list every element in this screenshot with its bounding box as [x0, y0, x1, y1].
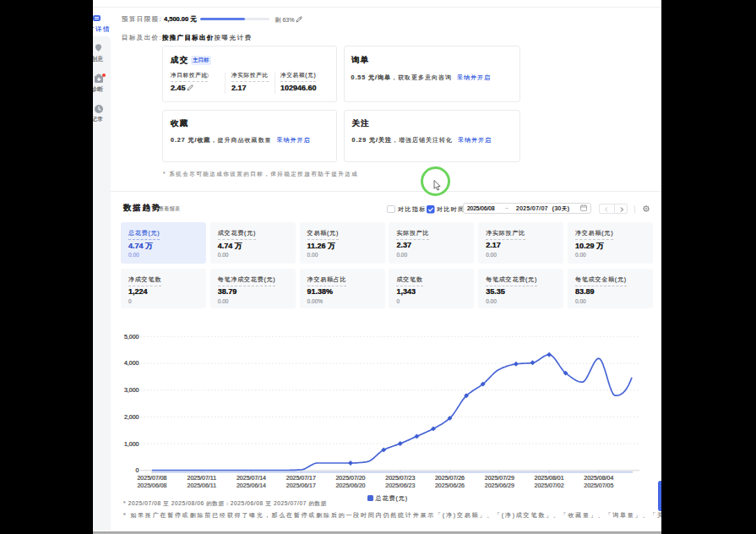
svg-text:2025/06/23: 2025/06/23	[385, 482, 415, 488]
svg-text:2025/06/14: 2025/06/14	[237, 482, 266, 488]
svg-text:5,000: 5,000	[124, 334, 139, 340]
svg-text:1,000: 1,000	[124, 441, 139, 447]
svg-text:2025/07/29: 2025/07/29	[485, 475, 514, 481]
svg-text:2025/06/17: 2025/06/17	[286, 482, 316, 488]
svg-text:2025/07/05: 2025/07/05	[584, 482, 613, 488]
svg-text:2025/06/11: 2025/06/11	[188, 482, 217, 488]
svg-text:2025/07/26: 2025/07/26	[435, 475, 465, 481]
svg-text:2025/07/08: 2025/07/08	[137, 475, 166, 481]
svg-text:2025/07/14: 2025/07/14	[237, 475, 266, 481]
svg-text:3,000: 3,000	[124, 387, 139, 393]
svg-text:2025/06/29: 2025/06/29	[485, 482, 514, 488]
svg-text:2025/08/04: 2025/08/04	[584, 475, 613, 481]
svg-text:2025/07/20: 2025/07/20	[335, 475, 365, 481]
svg-text:0: 0	[136, 467, 139, 473]
svg-text:2,000: 2,000	[124, 414, 139, 420]
svg-text:2025/07/17: 2025/07/17	[286, 475, 316, 481]
svg-text:2025/06/20: 2025/06/20	[335, 482, 365, 488]
svg-text:2025/06/26: 2025/06/26	[435, 482, 465, 488]
svg-text:2025/07/02: 2025/07/02	[535, 482, 564, 488]
svg-text:2025/08/01: 2025/08/01	[535, 475, 564, 481]
svg-text:2025/07/23: 2025/07/23	[385, 475, 415, 481]
svg-text:2025/07/11: 2025/07/11	[188, 475, 217, 481]
svg-text:2025/06/08: 2025/06/08	[137, 482, 166, 488]
svg-text:4,000: 4,000	[124, 360, 139, 366]
